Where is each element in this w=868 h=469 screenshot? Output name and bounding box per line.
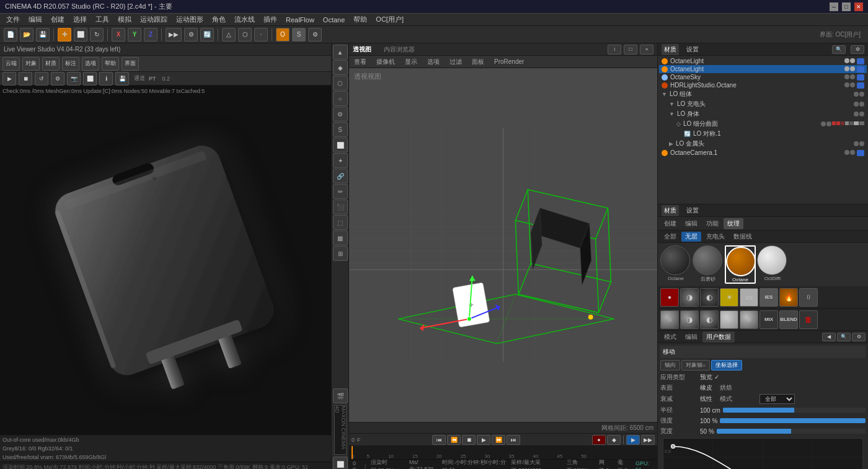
open-button[interactable]: 📂 bbox=[20, 28, 33, 42]
tree-item-charger-head[interactable]: ▼ LO 充电头 bbox=[659, 99, 867, 109]
lv-object-btn[interactable]: 对象 bbox=[22, 57, 40, 71]
menu-simulate[interactable]: 模拟 bbox=[114, 14, 135, 25]
render-button[interactable]: ▶▶ bbox=[166, 28, 182, 42]
play-btn[interactable]: ▶ bbox=[477, 435, 490, 445]
save-button[interactable]: 💾 bbox=[36, 28, 50, 42]
tree-item-octanecamera[interactable]: OctaneCamera.1 bbox=[659, 149, 867, 157]
mat-tool-metallic[interactable]: ▭ bbox=[740, 288, 758, 307]
filter-all[interactable]: 全部 bbox=[660, 232, 680, 242]
menu-character[interactable]: 角色 bbox=[208, 14, 229, 25]
menu-motion-graphics[interactable]: 运动图形 bbox=[172, 14, 207, 25]
polygon-mode[interactable]: △ bbox=[222, 28, 236, 42]
x-axis[interactable]: X bbox=[112, 28, 125, 42]
sub-tab-axis[interactable]: 轴向 bbox=[660, 360, 680, 370]
mat-tool2-blend[interactable]: BLEND bbox=[779, 310, 798, 329]
menu-edit[interactable]: 编辑 bbox=[25, 14, 46, 25]
lv-region-btn[interactable]: ⬜ bbox=[83, 72, 97, 85]
z-axis[interactable]: Z bbox=[144, 28, 157, 42]
prev-frame-btn[interactable]: ⏪ bbox=[447, 435, 461, 445]
menu-pipeline[interactable]: 流水线 bbox=[231, 14, 259, 25]
filter-cable[interactable]: 数据线 bbox=[730, 232, 756, 242]
mid-btn-4[interactable]: ○ bbox=[333, 91, 348, 106]
tree-item-group[interactable]: ▼ LO 组体 bbox=[659, 89, 867, 99]
menu-help[interactable]: 帮助 bbox=[350, 14, 371, 25]
render-settings[interactable]: ⚙ bbox=[184, 28, 198, 42]
go-start-btn[interactable]: ⏮ bbox=[432, 435, 446, 445]
tree-item-octanesky[interactable]: OctaneSky bbox=[659, 73, 867, 81]
tree-item-octanelight2[interactable]: OctaneLight bbox=[659, 65, 867, 73]
y-axis[interactable]: Y bbox=[128, 28, 141, 42]
keyframe-btn[interactable]: ◆ bbox=[607, 435, 621, 445]
viewport-move-btn[interactable]: ↕ bbox=[608, 45, 621, 55]
mid-btn-10[interactable]: ✏ bbox=[333, 184, 348, 199]
mat-tool2-mix[interactable]: MIX bbox=[760, 310, 778, 329]
tab-panel[interactable]: 面板 bbox=[469, 56, 487, 68]
mat-tool2-sphere2[interactable]: ◑ bbox=[680, 310, 699, 329]
tree-item-metal-head[interactable]: ▶ LO 金属头 bbox=[659, 139, 867, 149]
stop-btn[interactable]: ⏹ bbox=[462, 435, 476, 445]
mid-btn-13[interactable]: ▦ bbox=[333, 230, 348, 245]
go-end-btn[interactable]: ⏭ bbox=[507, 435, 520, 445]
mat-item-octane-dark[interactable]: Octane bbox=[660, 245, 691, 284]
mat-tool-specular[interactable]: ◑ bbox=[680, 288, 699, 307]
timeline-ruler[interactable]: 0 5 10 15 20 25 30 35 40 45 50 bbox=[349, 446, 657, 459]
record-btn[interactable]: ● bbox=[592, 435, 606, 445]
mid-btn-6[interactable]: S bbox=[333, 122, 348, 137]
sub-tab-object-axis[interactable]: 对象轴⬦ bbox=[681, 360, 710, 370]
mid-btn-14[interactable]: ⊞ bbox=[333, 246, 348, 261]
lv-info-btn[interactable]: ℹ bbox=[99, 72, 113, 85]
s-button[interactable]: S bbox=[292, 28, 306, 42]
menu-tools[interactable]: 工具 bbox=[92, 14, 113, 25]
render-queue-btn[interactable]: ▶ bbox=[626, 435, 640, 445]
settings-icon-btn[interactable]: ⚙ bbox=[308, 28, 322, 42]
menu-oc-user[interactable]: OC[用户] bbox=[372, 14, 407, 25]
tab-display[interactable]: 显示 bbox=[402, 56, 420, 68]
scale-tool-button[interactable]: ⬜ bbox=[74, 28, 87, 42]
mid-btn-9[interactable]: 🔗 bbox=[333, 169, 348, 183]
filter-none[interactable]: 无层 bbox=[681, 232, 701, 242]
mid-btn-7[interactable]: ⬜ bbox=[333, 138, 348, 152]
prop-width-slider[interactable] bbox=[717, 429, 866, 434]
mat-tool2-sphere3[interactable]: ◐ bbox=[700, 310, 719, 329]
lv-play-btn[interactable]: ▶ bbox=[2, 72, 16, 85]
lv-annotation-btn[interactable]: 标注 bbox=[62, 57, 79, 71]
tab-camera[interactable]: 摄像机 bbox=[374, 56, 397, 68]
mat-tool-ies[interactable]: IES bbox=[760, 288, 778, 307]
mat-tab-materials[interactable]: 材质 bbox=[662, 205, 679, 216]
mat-tool2-sphere4[interactable]: ○ bbox=[720, 310, 738, 329]
props-tab-edit[interactable]: 编辑 bbox=[681, 331, 701, 343]
render-all-btn[interactable]: ▶▶ bbox=[641, 435, 655, 445]
mat-tool2-delete[interactable]: 🗑 bbox=[799, 310, 818, 329]
new-button[interactable]: 📄 bbox=[4, 28, 17, 42]
mid-btn-5[interactable]: ⚙ bbox=[333, 107, 348, 121]
mat-item-octdifft[interactable]: OctDifft bbox=[757, 245, 788, 284]
lv-reset-btn[interactable]: ↺ bbox=[35, 72, 48, 85]
octane-button[interactable]: O bbox=[276, 28, 290, 42]
viewport-canvas[interactable]: ✦ bbox=[349, 68, 657, 422]
viewport-max-btn[interactable]: □ bbox=[624, 45, 637, 55]
rotate-tool-button[interactable]: ↻ bbox=[90, 28, 104, 42]
menu-realflow[interactable]: RealFlow bbox=[282, 15, 318, 25]
mat-create-tab[interactable]: 创建 bbox=[660, 218, 680, 229]
tree-item-subd[interactable]: ◇ LO 细分曲面 bbox=[659, 119, 867, 129]
mat-func-tab[interactable]: 功能 bbox=[702, 218, 722, 229]
mat-tool-diffuse[interactable]: ● bbox=[660, 288, 679, 307]
lv-material-btn[interactable]: 材质 bbox=[42, 57, 60, 71]
lv-options-btn[interactable]: 选项 bbox=[82, 57, 99, 71]
mat-tool-emission[interactable]: ☀ bbox=[720, 288, 738, 307]
mat-tool-layered[interactable]: ⟨⟩ bbox=[799, 288, 818, 307]
scene-tab-materials[interactable]: 材质 bbox=[662, 44, 679, 55]
mat-tool2-sphere5[interactable]: ○ bbox=[740, 310, 758, 329]
mat-tab-settings[interactable]: 设置 bbox=[684, 205, 701, 216]
interactive-render[interactable]: 🔄 bbox=[200, 28, 214, 42]
tree-item-hdrlightstudio[interactable]: HDRLightStudio.Octane bbox=[659, 81, 867, 89]
mid-btn-12[interactable]: ⬚ bbox=[333, 215, 348, 230]
lv-gear-btn[interactable]: ⚙ bbox=[51, 72, 64, 85]
maximize-button[interactable]: □ bbox=[842, 2, 851, 11]
tree-item-body[interactable]: ▼ LO 身体 bbox=[659, 109, 867, 119]
mid-btn-11[interactable]: ⬛ bbox=[333, 199, 348, 214]
scene-search-btn[interactable]: 🔍 bbox=[832, 45, 846, 54]
edge-mode[interactable]: ⬡ bbox=[238, 28, 252, 42]
props-settings-btn[interactable]: ⚙ bbox=[852, 333, 866, 341]
scene-tab-settings[interactable]: 设置 bbox=[684, 44, 701, 55]
